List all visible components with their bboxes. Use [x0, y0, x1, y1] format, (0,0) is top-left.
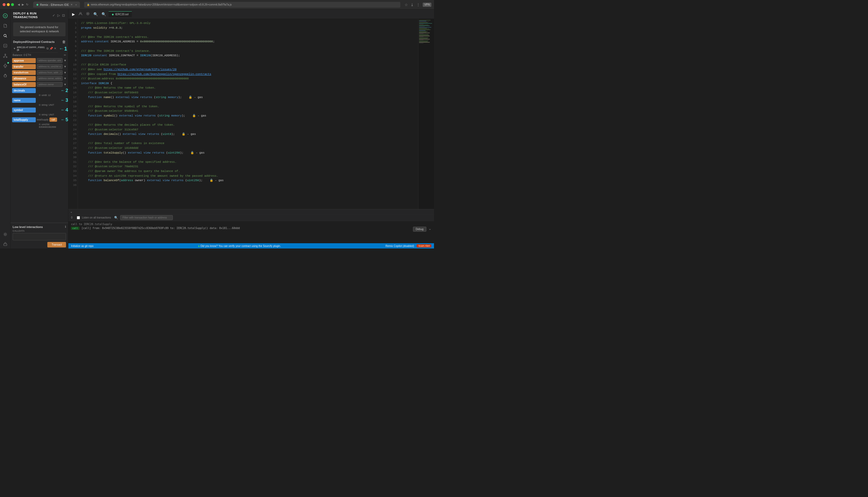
delete-icon[interactable]: 🗑 [62, 40, 66, 44]
browser-tab[interactable]: ◆ Remix - Ethereum IDE ✕ + [33, 2, 80, 8]
annotation-4: ← 4 [61, 107, 68, 113]
svg-line-10 [5, 55, 6, 57]
run-toolbar-button[interactable]: ▶ [71, 11, 76, 17]
traffic-lights [3, 3, 14, 6]
status-right: Remix Copilot (disabled) Scam Alert [386, 244, 431, 247]
totalsupply-call-button[interactable]: call [49, 117, 57, 122]
watch-toolbar-button[interactable] [85, 11, 91, 17]
name-button[interactable]: name [12, 98, 36, 103]
zoom-in-button[interactable]: 🔍 [92, 11, 99, 17]
pin-contract-button[interactable]: 📌 [49, 47, 53, 50]
browser-actions: ☆ ⤓ ⋮ VPN [404, 3, 431, 7]
settings-icon[interactable] [1, 230, 10, 239]
network-icon[interactable] [1, 52, 10, 60]
search-icon[interactable] [1, 31, 10, 40]
file-icon[interactable] [1, 22, 10, 30]
account-toolbar-button[interactable] [77, 11, 83, 17]
symbol-button[interactable]: symbol [12, 108, 36, 113]
debug-button[interactable]: Debug [413, 227, 426, 232]
transferfrom-input[interactable] [37, 70, 62, 75]
symbol-result: 0: string: UNIT [11, 113, 68, 117]
decimals-button[interactable]: decimals [12, 88, 36, 93]
svg-point-6 [5, 54, 6, 55]
maximize-button[interactable] [11, 3, 14, 6]
left-panel: DEPLOY & RUN TRANSACTIONS ✓ ▷ ⊡ No pinne… [11, 10, 68, 248]
svg-point-20 [87, 13, 88, 14]
allowance-button[interactable]: allowance [12, 76, 36, 81]
balanceof-input[interactable] [37, 82, 62, 87]
allowance-expand-icon[interactable]: ▼ [63, 77, 67, 80]
calldata-label: CALLDATA [13, 230, 66, 232]
chevron-down-icon[interactable]: ⌄ [428, 227, 431, 231]
fn-row-approve: approve ▼ [11, 58, 68, 63]
functions-list: approve ▼ transfer ▼ transferFrom ▼ allo… [11, 58, 68, 223]
git-status[interactable]: Initialize as git repo [71, 244, 94, 247]
remix-logo-icon: R [1, 12, 10, 20]
annotation-2: ← 2 [61, 88, 68, 93]
svg-text:S: S [4, 45, 6, 47]
remove-contract-button[interactable]: ✕ [54, 47, 56, 50]
low-level-title: Low level interactions [13, 225, 43, 228]
deployed-section-title: Deployed/Unpinned Contracts [13, 40, 62, 43]
approve-input[interactable] [37, 58, 62, 63]
calldata-input[interactable] [13, 233, 66, 240]
plugin-icon[interactable] [1, 240, 10, 248]
panel-actions: ✓ ▷ ⊡ [52, 13, 66, 18]
line-numbers: 1234567891011121314151617181920212223242… [68, 19, 78, 209]
transfer-button[interactable]: transfer [12, 64, 36, 69]
activity-bar: R S [0, 10, 11, 248]
tab-close-icon[interactable]: ✕ [71, 3, 73, 6]
file-tab[interactable]: ◆ IERC20.sol [109, 11, 132, 17]
scam-alert-badge[interactable]: Scam Alert [417, 244, 431, 247]
allowance-input[interactable] [37, 76, 62, 81]
totalsupply-button[interactable]: totalSupply [12, 117, 36, 122]
zoom-out-button[interactable]: 🔍 [100, 11, 107, 17]
transact-button[interactable]: Transact [47, 242, 66, 247]
svg-text:R: R [4, 15, 6, 17]
debug-icon[interactable] [1, 72, 10, 80]
annotation-5: ← 5 [61, 117, 68, 123]
app-layout: R S DEPLOY & RUN TRANSACTIO [0, 10, 434, 248]
contract-row[interactable]: ▼ IERC20 AT 0XFFF...F0001 (B ⧉ 📌 ✕ [12, 45, 58, 53]
url-bar[interactable]: 🔒 remix.ethereum.org/#lang=en&optimize=f… [84, 2, 400, 8]
transfer-input[interactable] [37, 64, 62, 69]
search-log-icon[interactable]: 🔍 [114, 216, 118, 219]
contract-toggle-icon[interactable]: ▼ [13, 47, 16, 50]
bottom-log: call to IERC20.totalSupply call [call] f… [68, 221, 434, 243]
close-button[interactable] [3, 3, 5, 6]
check-button[interactable]: ✓ [52, 13, 56, 18]
contract-name: IERC20 AT 0XFFF...F0001 (B [17, 46, 45, 51]
transfer-expand-icon[interactable]: ▼ [63, 65, 67, 68]
collapse-icon[interactable]: ⌄ [70, 210, 73, 214]
annotation-1: ← 1 [59, 46, 67, 52]
copy-address-button[interactable]: ⧉ [46, 47, 49, 50]
balanceof-expand-icon[interactable]: ▼ [63, 83, 67, 86]
info-icon[interactable]: ℹ [65, 225, 66, 228]
filter-input[interactable] [120, 215, 173, 220]
svg-line-3 [6, 37, 7, 38]
run-button[interactable]: ▷ [57, 13, 60, 18]
fn-row-name: name [11, 97, 60, 103]
copilot-status[interactable]: Remix Copilot (disabled) [386, 244, 414, 247]
compile-icon[interactable]: S [1, 42, 10, 50]
contract-row-container: ▼ IERC20 AT 0XFFF...F0001 (B ⧉ 📌 ✕ ← 1 [11, 45, 68, 53]
listen-checkbox[interactable] [77, 216, 80, 219]
code-content[interactable]: // SPDX-License-Identifier: GPL-3.0-only… [78, 19, 418, 209]
transferfrom-expand-icon[interactable]: ▼ [63, 71, 67, 74]
minimap [418, 19, 434, 209]
edit-balance-icon[interactable]: ✏ [64, 54, 66, 57]
log-text: [call] from: 0x948725C88e823550f88D7d25c… [82, 227, 240, 230]
log-entry: call [call] from: 0x948725C88e823550f88D… [71, 226, 431, 232]
svg-point-16 [4, 233, 6, 235]
transferfrom-button[interactable]: transferFrom [12, 70, 36, 75]
balanceof-button[interactable]: balanceOf [12, 82, 36, 87]
approve-button[interactable]: approve [12, 58, 36, 63]
deploy-icon[interactable] [1, 61, 10, 70]
fn-row-totalsupply: totalSupply totalSupply call [11, 117, 60, 123]
fn-row-name-container: name ← 3 [11, 97, 68, 103]
minimize-button[interactable] [7, 3, 10, 6]
expand-panel-button[interactable]: ⊡ [61, 13, 66, 18]
fn-row-totalsupply-container: totalSupply totalSupply call ← 5 [11, 117, 68, 123]
approve-expand-icon[interactable]: ▼ [63, 59, 67, 62]
decimals-result: 0: uint8: 12 [11, 94, 68, 97]
